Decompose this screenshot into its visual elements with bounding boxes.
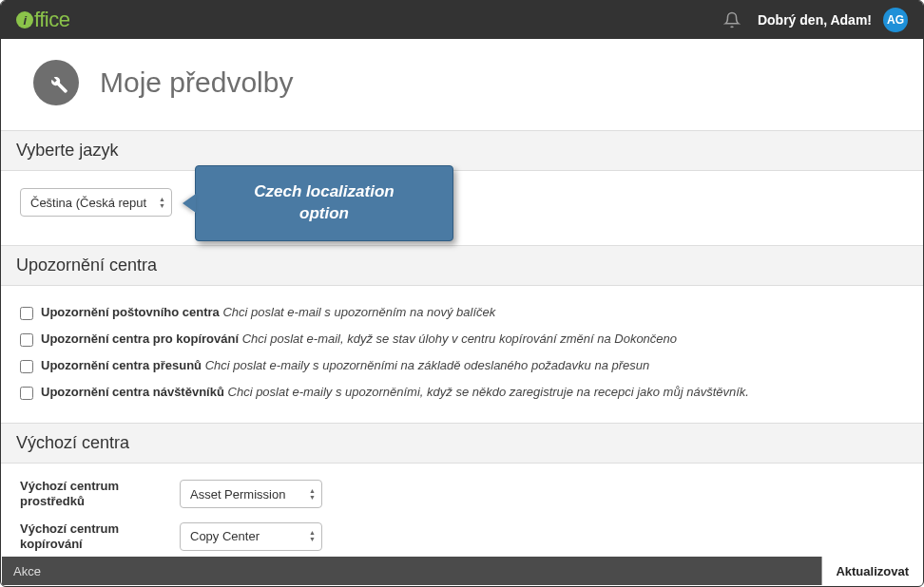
alert-row: Upozornění centra návštěvníků Chci posla…	[20, 379, 904, 406]
alert-checkbox-visitor[interactable]	[20, 387, 33, 400]
app-logo[interactable]: iffice	[16, 8, 69, 32]
update-button[interactable]: Aktualizovat	[821, 557, 922, 585]
greeting-text: Dobrý den, Adam!	[758, 12, 872, 28]
alert-desc: Chci poslat e-mail, když se stav úlohy v…	[242, 331, 677, 346]
defaults-section-header: Výchozí centra	[1, 423, 923, 464]
default-row: Výchozí centrum prostředků Asset Permiss…	[20, 473, 904, 516]
alert-label: Upozornění centra přesunů	[41, 358, 202, 372]
alert-row: Upozornění centra pro kopírování Chci po…	[20, 326, 904, 352]
alert-checkbox-mail[interactable]	[20, 307, 33, 320]
copy-center-value: Copy Center	[190, 529, 303, 543]
callout-line1: Czech localization	[254, 182, 394, 200]
alert-checkbox-move[interactable]	[20, 360, 33, 373]
wrench-icon	[33, 60, 79, 105]
avatar[interactable]: AG	[883, 8, 908, 32]
page-title: Moje předvolby	[100, 66, 293, 99]
callout-line2: option	[299, 204, 349, 222]
alert-desc: Chci poslat e-mail s upozorněním na nový…	[222, 305, 495, 319]
alert-checkbox-copy[interactable]	[20, 333, 33, 347]
app-header: iffice Dobrý den, Adam! AG	[1, 1, 923, 39]
logo-i-icon: i	[16, 11, 33, 28]
footer-bar: Akce Aktualizovat	[2, 557, 922, 585]
default-label-copy: Výchozí centrum kopírování	[20, 521, 163, 553]
language-select[interactable]: Čeština (Česká reput ▲▼	[20, 188, 172, 217]
alerts-section-body: Upozornění poštovního centra Chci poslat…	[1, 286, 923, 423]
alert-label: Upozornění centra pro kopírování	[41, 331, 239, 346]
language-section-header: Vyberte jazyk	[1, 130, 923, 171]
chevron-updown-icon: ▲▼	[153, 197, 165, 209]
footer-actions-label: Akce	[13, 564, 41, 578]
default-row: Výchozí centrum kopírování Copy Center ▲…	[20, 516, 904, 559]
chevron-updown-icon: ▲▼	[303, 530, 316, 542]
annotation-callout: Czech localization option	[195, 165, 453, 241]
alert-row: Upozornění poštovního centra Chci poslat…	[20, 299, 904, 326]
copy-center-select[interactable]: Copy Center ▲▼	[180, 522, 322, 551]
asset-center-value: Asset Permission	[190, 487, 303, 502]
alert-desc: Chci poslat e-maily s upozorněními, když…	[228, 385, 749, 399]
asset-center-select[interactable]: Asset Permission ▲▼	[180, 480, 322, 508]
alert-label: Upozornění poštovního centra	[41, 305, 220, 319]
alert-label: Upozornění centra návštěvníků	[41, 385, 224, 399]
chevron-updown-icon: ▲▼	[303, 488, 316, 501]
notifications-bell-icon[interactable]	[723, 11, 741, 28]
logo-text: ffice	[34, 8, 69, 32]
language-select-value: Čeština (Česká reput	[30, 196, 153, 210]
page-title-area: Moje předvolby	[1, 39, 923, 130]
alerts-section-header: Upozornění centra	[1, 245, 923, 286]
defaults-section-body: Výchozí centrum prostředků Asset Permiss…	[1, 464, 923, 561]
language-section-body: Čeština (Česká reput ▲▼	[1, 171, 923, 245]
alert-desc: Chci poslat e-maily s upozorněními na zá…	[205, 358, 650, 372]
alert-row: Upozornění centra přesunů Chci poslat e-…	[20, 352, 904, 379]
default-label-asset: Výchozí centrum prostředků	[20, 479, 163, 510]
